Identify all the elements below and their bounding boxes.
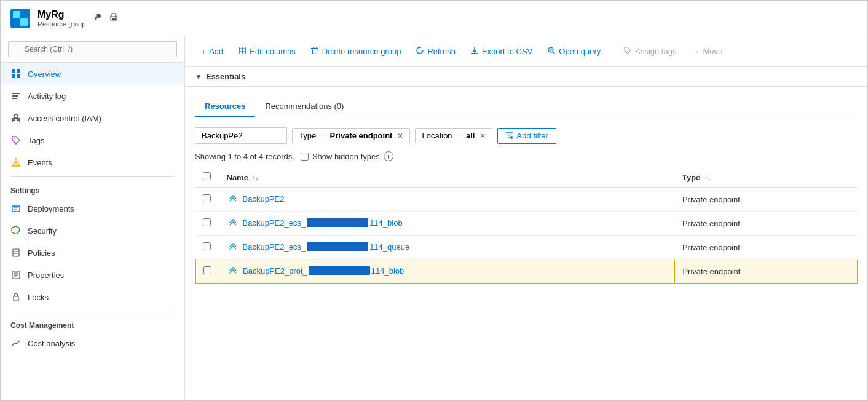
sidebar-item-locks-label: Locks (28, 293, 49, 302)
row3-redacted (307, 242, 368, 251)
location-filter-close[interactable]: ✕ (479, 132, 486, 140)
print-icon[interactable] (109, 12, 119, 25)
essentials-toggle[interactable]: ▼ Essentials (195, 72, 245, 81)
row3-name-link[interactable]: BackupPE2_ecs_ 114_queue (227, 240, 410, 253)
record-count-row: Showing 1 to 4 of 4 records. Show hidden… (195, 151, 858, 161)
assign-tags-button[interactable]: Assign tags (617, 43, 682, 60)
move-icon: → (691, 47, 700, 57)
svg-rect-33 (14, 296, 18, 301)
row4-resource-icon (227, 264, 239, 277)
info-icon[interactable]: i (384, 151, 393, 161)
sidebar-item-tags[interactable]: Tags (1, 129, 184, 151)
type-filter-close[interactable]: ✕ (397, 132, 403, 140)
sidebar-item-cost-analysis[interactable]: Cost analysis (1, 332, 184, 354)
row1-name-link[interactable]: BackupPE2 (227, 193, 285, 205)
cost-section-header: Cost Management (1, 314, 184, 332)
tab-resources[interactable]: Resources (195, 97, 255, 117)
row2-name-link[interactable]: BackupPE2_ecs_ 114_blob (227, 216, 403, 229)
resources-area: Resources Recommendations (0) Type == Pr… (185, 87, 867, 400)
content-area: + Add Edit columns (185, 36, 867, 400)
svg-rect-3 (20, 18, 28, 26)
filters-row: Type == Private endpoint ✕ Location == a… (195, 127, 858, 144)
sidebar-item-security[interactable]: Security (1, 220, 184, 242)
row4-name-prefix: BackupPE2_prot_ (243, 266, 307, 276)
svg-rect-42 (313, 47, 316, 49)
sidebar-item-activity-log[interactable]: Activity log (1, 85, 184, 107)
row2-type-cell: Private endpoint (675, 212, 858, 236)
assign-tags-label: Assign tags (635, 47, 676, 56)
type-sort-icon: ↑↓ (704, 175, 711, 181)
row4-name-cell: BackupPE2_prot_ 114_blob (219, 260, 675, 284)
delete-button[interactable]: Delete resource group (304, 43, 408, 60)
edit-columns-button[interactable]: Edit columns (232, 43, 301, 60)
sidebar-item-overview[interactable]: Overview (1, 63, 184, 85)
refresh-button[interactable]: Refresh (409, 43, 462, 60)
search-input[interactable] (8, 41, 177, 57)
svg-rect-44 (471, 53, 478, 54)
move-button[interactable]: → Move (685, 44, 728, 60)
open-query-label: Open query (559, 47, 601, 56)
activity-log-icon (10, 90, 22, 101)
header-icons (93, 12, 119, 25)
row4-name-link[interactable]: BackupPE2_prot_ 114_blob (227, 264, 404, 277)
sidebar-item-events[interactable]: Events (1, 151, 184, 173)
show-hidden-checkbox[interactable] (301, 153, 309, 161)
svg-rect-12 (17, 74, 20, 78)
row2-checkbox[interactable] (203, 218, 211, 226)
row3-type-cell: Private endpoint (675, 236, 858, 260)
row1-checkbox[interactable] (203, 194, 211, 202)
edit-columns-icon (238, 46, 247, 57)
open-query-button[interactable]: Open query (541, 43, 607, 60)
add-filter-button[interactable]: Add filter (497, 128, 556, 144)
policies-icon (10, 247, 22, 258)
type-filter-text: Type == Private endpoint (299, 131, 392, 140)
col-header-type[interactable]: Type ↑↓ (675, 167, 858, 188)
sidebar-item-locks[interactable]: Locks (1, 286, 184, 308)
row1-name-cell: BackupPE2 (219, 188, 675, 212)
sidebar-item-policies[interactable]: Policies (1, 242, 184, 264)
pin-icon[interactable] (93, 12, 103, 25)
row2-name-suffix: 114_blob (369, 218, 403, 228)
svg-rect-23 (12, 206, 20, 212)
col-header-checkbox (195, 167, 219, 188)
sidebar-item-activity-log-label: Activity log (28, 92, 66, 101)
row4-checkbox-cell (195, 260, 219, 284)
select-all-checkbox[interactable] (203, 172, 211, 180)
add-label: Add (209, 47, 223, 56)
tab-recommendations[interactable]: Recommendations (0) (255, 97, 353, 117)
sidebar-item-properties[interactable]: Properties (1, 264, 184, 286)
app-title-group: MyRg Resource group (37, 9, 85, 28)
row3-checkbox[interactable] (203, 242, 211, 250)
refresh-label: Refresh (427, 47, 456, 56)
name-sort-icon: ↑↓ (253, 175, 259, 181)
export-label: Export to CSV (482, 47, 532, 56)
open-query-icon (547, 46, 556, 57)
col-header-name[interactable]: Name ↑↓ (219, 167, 675, 188)
export-button[interactable]: Export to CSV (464, 43, 539, 60)
svg-rect-1 (22, 11, 28, 17)
svg-point-19 (14, 138, 15, 139)
row1-checkbox-cell (195, 188, 219, 212)
assign-tags-icon (623, 46, 632, 57)
sidebar-item-access-control[interactable]: Access control (IAM) (1, 107, 184, 129)
name-filter-input[interactable] (195, 127, 287, 144)
deployments-icon (10, 203, 22, 214)
svg-rect-14 (12, 95, 18, 97)
sidebar: Overview Activity log (1, 36, 185, 400)
sidebar-search-area (1, 36, 184, 63)
svg-rect-9 (12, 69, 15, 73)
row3-name-cell: BackupPE2_ecs_ 114_queue (219, 236, 675, 260)
row3-name-suffix: 114_queue (369, 242, 409, 252)
svg-rect-10 (17, 69, 20, 73)
row3-name-prefix: BackupPE2_ecs_ (243, 242, 306, 252)
table-row-selected: BackupPE2_prot_ 114_blob Private endpoin… (195, 260, 858, 284)
show-hidden-row: Show hidden types i (301, 151, 393, 161)
tags-icon (10, 135, 22, 146)
add-button[interactable]: + Add (195, 44, 229, 60)
essentials-chevron-icon: ▼ (195, 73, 202, 81)
sidebar-item-security-label: Security (28, 226, 57, 236)
row4-checkbox[interactable] (203, 266, 211, 274)
sidebar-item-deployments[interactable]: Deployments (1, 197, 184, 220)
essentials-label: Essentials (206, 72, 245, 81)
security-icon (10, 225, 22, 236)
